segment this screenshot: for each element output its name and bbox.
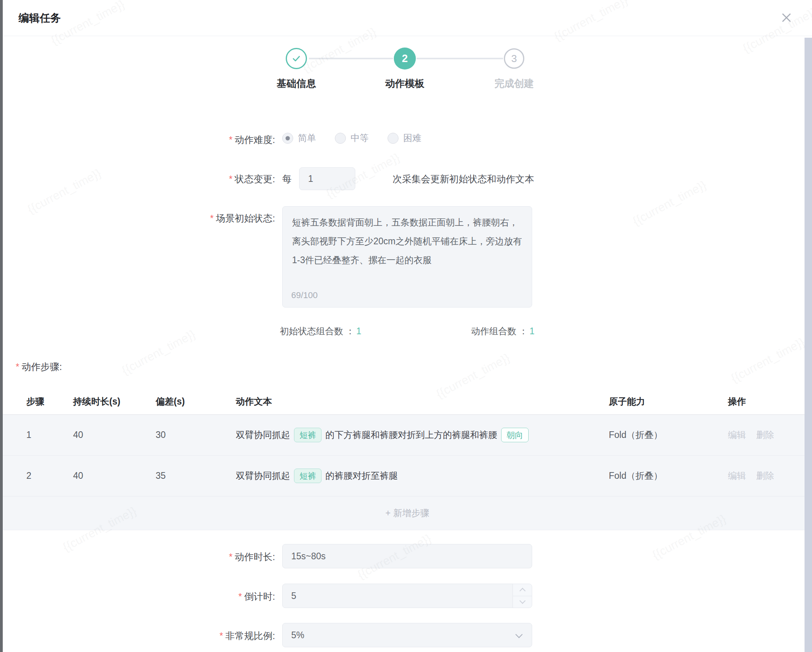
cell-ops: 编辑 删除 — [728, 429, 812, 441]
table-row: 1 40 30 双臂协同抓起 短裤 的下方裤腿和裤腰对折到上方的裤腿和裤腰 朝向… — [3, 414, 812, 455]
col-duration: 持续时长(s) — [73, 396, 156, 408]
col-ops: 操作 — [728, 396, 812, 408]
radio-hard[interactable]: 困难 — [388, 132, 421, 144]
radio-icon — [388, 133, 399, 144]
radio-hard-label: 困难 — [403, 132, 421, 144]
orientation-tag: 朝向 — [501, 428, 529, 442]
watermark-text: {{current_time}} — [630, 178, 709, 228]
cell-duration: 40 — [73, 430, 156, 440]
delete-link[interactable]: 删除 — [756, 429, 774, 441]
decrement-button[interactable] — [513, 596, 532, 608]
difficulty-radio-group: 简单 中等 困难 — [282, 132, 421, 144]
countdown-value: 5 — [291, 591, 296, 601]
countdown-input[interactable]: 5 — [282, 584, 532, 608]
cell-step: 2 — [26, 471, 73, 481]
cell-action: 双臂协同抓起 短裤 的下方裤腿和裤腰对折到上方的裤腿和裤腰 朝向 — [236, 428, 609, 442]
radio-medium-label: 中等 — [351, 132, 369, 144]
chevron-down-icon — [515, 631, 522, 638]
step-2-indicator: 2 — [394, 48, 416, 70]
chevron-up-icon — [519, 588, 525, 594]
table-header-row: 步骤 持续时长(s) 偏差(s) 动作文本 原子能力 操作 — [3, 389, 812, 414]
col-step: 步骤 — [26, 396, 73, 408]
delete-link[interactable]: 删除 — [756, 470, 774, 482]
object-tag: 短裤 — [294, 469, 321, 483]
state-change-suffix: 次采集会更新初始状态和动作文本 — [393, 173, 534, 185]
stepper-connector — [309, 58, 393, 59]
watermark-text: {{current_time}} — [119, 327, 198, 377]
required-mark: * — [238, 592, 242, 602]
initial-combo-count: 初始状态组合数 ：1 — [280, 325, 361, 337]
state-change-input[interactable]: 1 — [299, 167, 355, 190]
radio-icon — [335, 133, 346, 144]
dialog-header: 编辑任务 — [3, 0, 812, 36]
col-deviation: 偏差(s) — [156, 396, 236, 408]
action-steps-label: *动作步骤: — [16, 361, 62, 373]
close-icon — [780, 11, 793, 24]
chevron-down-icon — [519, 598, 525, 604]
cell-deviation: 30 — [156, 430, 236, 440]
initial-state-text: 短裤五条数据背面朝上，五条数据正面朝上，裤腰朝右，离头部视野下方至少20cm之外… — [292, 217, 522, 265]
step-3-label: 完成创建 — [494, 77, 534, 90]
difficulty-label: *动作难度: — [0, 134, 275, 146]
close-button[interactable] — [779, 10, 794, 25]
cell-duration: 40 — [73, 471, 156, 481]
step-2-number: 2 — [402, 53, 408, 65]
combo-counts: 初始状态组合数 ：1 动作组合数 ：1 — [280, 325, 535, 337]
required-mark: * — [229, 174, 232, 184]
steps-table: 步骤 持续时长(s) 偏差(s) 动作文本 原子能力 操作 1 40 30 双臂… — [3, 389, 812, 530]
watermark-text: {{current_time}} — [729, 335, 807, 385]
radio-icon — [282, 133, 293, 144]
number-stepper — [513, 584, 532, 608]
cell-action: 双臂协同抓起 短裤 的裤腰对折至裤腿 — [236, 469, 609, 483]
add-step-button[interactable]: + 新增步骤 — [386, 507, 430, 519]
unusual-ratio-value: 5% — [291, 630, 304, 641]
cell-ops: 编辑 删除 — [728, 470, 812, 482]
duration-input[interactable]: 15s~80s — [282, 544, 532, 568]
char-counter: 69/100 — [291, 290, 318, 301]
unusual-ratio-select[interactable]: 5% — [282, 623, 532, 647]
cell-ability: Fold（折叠） — [609, 470, 728, 482]
cell-ability: Fold（折叠） — [609, 429, 728, 441]
col-ability: 原子能力 — [609, 396, 728, 408]
required-mark: * — [219, 631, 223, 641]
required-mark: * — [210, 213, 213, 223]
initial-state-label: *场景初始状态: — [0, 212, 275, 225]
edit-link[interactable]: 编辑 — [728, 470, 746, 482]
action-combo-value: 1 — [529, 326, 535, 336]
duration-label: *动作时长: — [0, 551, 275, 563]
initial-combo-value: 1 — [356, 326, 361, 336]
stepper-connector — [417, 58, 503, 59]
state-change-label: *状态变更: — [0, 173, 275, 185]
add-step-row: + 新增步骤 — [3, 496, 812, 530]
required-mark: * — [229, 135, 232, 145]
check-icon — [291, 53, 302, 64]
step-3-number: 3 — [511, 53, 517, 65]
step-1-indicator — [286, 48, 307, 69]
radio-easy-label: 简单 — [298, 132, 316, 144]
dialog-title: 编辑任务 — [18, 11, 61, 25]
unusual-ratio-label: *非常规比例: — [0, 630, 275, 642]
step-2-label: 动作模板 — [385, 77, 424, 90]
increment-button[interactable] — [513, 584, 532, 596]
cell-step: 1 — [26, 430, 73, 440]
edit-link[interactable]: 编辑 — [728, 429, 746, 441]
countdown-label: *倒计时: — [0, 590, 275, 603]
required-mark: * — [16, 362, 19, 372]
col-action: 动作文本 — [236, 396, 609, 408]
initial-state-textarea[interactable]: 短裤五条数据背面朝上，五条数据正面朝上，裤腰朝右，离头部视野下方至少20cm之外… — [282, 206, 532, 308]
radio-easy[interactable]: 简单 — [282, 132, 316, 144]
cell-deviation: 35 — [156, 471, 236, 481]
object-tag: 短裤 — [294, 428, 321, 442]
required-mark: * — [229, 552, 232, 562]
step-3-indicator: 3 — [504, 48, 524, 69]
state-change-prefix: 每 — [282, 173, 292, 185]
scrollbar[interactable] — [805, 38, 812, 652]
action-combo-count: 动作组合数 ：1 — [471, 325, 535, 337]
radio-medium[interactable]: 中等 — [335, 132, 369, 144]
table-row: 2 40 35 双臂协同抓起 短裤 的裤腰对折至裤腿 Fold（折叠） 编辑 删… — [3, 455, 812, 496]
edit-task-dialog: 编辑任务 2 3 基础信息 动作模板 完成创建 *动作难度: 简单 中等 — [0, 0, 812, 652]
step-1-label: 基础信息 — [277, 77, 316, 90]
